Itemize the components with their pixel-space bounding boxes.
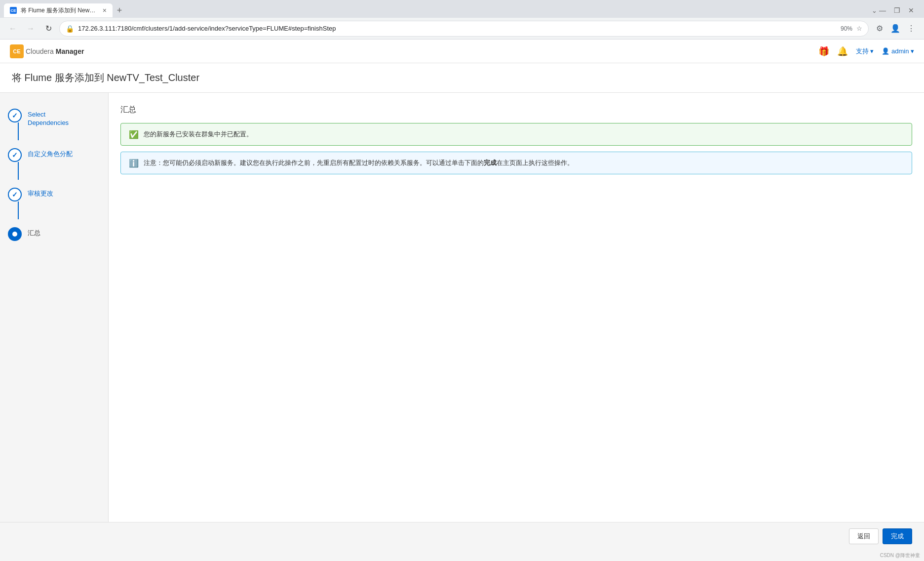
active-dot-icon [12, 232, 17, 237]
app-header: CE Cloudera Manager 🎁 🔔 支持 ▾ 👤 admin ▾ [0, 40, 924, 63]
app-container: CE Cloudera Manager 🎁 🔔 支持 ▾ 👤 admin ▾ 将… [0, 40, 924, 561]
close-button[interactable]: ✕ [906, 4, 916, 16]
checkmark-icon-3 [12, 191, 18, 199]
success-message: 您的新服务已安装在群集中并已配置。 [144, 129, 253, 139]
security-icon: 🔒 [66, 25, 74, 33]
profile-button[interactable]: 👤 [888, 22, 902, 36]
menu-button[interactable]: ⋮ [904, 22, 918, 36]
user-menu[interactable]: 👤 admin ▾ [882, 47, 914, 55]
wizard-step-select-dependencies[interactable]: Select Dependencies [8, 105, 100, 144]
info-alert: ℹ️ 注意：您可能仍必须启动新服务。建议您在执行此操作之前，先重启所有配置过时的… [120, 152, 912, 174]
page-title: 将 Flume 服务添加到 NewTV_Test_Cluster [12, 71, 912, 84]
brand-manager: Manager [56, 47, 84, 55]
wizard-step-review[interactable]: 审核更改 [8, 184, 100, 223]
step-indicator-1 [8, 109, 22, 122]
restore-button[interactable]: ❐ [892, 4, 902, 16]
cloudera-brand: CE Cloudera Manager [10, 44, 84, 58]
wizard-step-custom-roles[interactable]: 自定义角色分配 [8, 144, 100, 184]
page-body: Select Dependencies 自定义角色分配 [0, 93, 924, 522]
address-bar[interactable]: 🔒 90% ☆ [59, 21, 869, 37]
step-connector-1 [18, 122, 19, 140]
address-input[interactable] [78, 25, 837, 32]
section-title: 汇总 [120, 105, 912, 115]
minimize-button[interactable]: — [877, 4, 888, 16]
step-label-2: 自定义角色分配 [28, 148, 73, 159]
zoom-level: 90% [841, 25, 852, 32]
back-button[interactable]: ← [6, 22, 20, 36]
step-label-4: 汇总 [28, 227, 40, 238]
tab-favicon: CE [10, 7, 17, 14]
app-logo: CE Cloudera Manager [10, 44, 84, 58]
brand-cloudera: Cloudera [26, 47, 54, 55]
forward-button[interactable]: → [24, 22, 38, 36]
page-title-bar: 将 Flume 服务添加到 NewTV_Test_Cluster [0, 63, 924, 93]
checkmark-icon [12, 112, 18, 120]
support-menu[interactable]: 支持 ▾ [856, 47, 874, 56]
browser-frame: CE 将 Flume 服务添加到 NewTV... × + ⌄ — ❐ ✕ ← … [0, 0, 924, 40]
finish-button[interactable]: 完成 [883, 528, 912, 544]
checkmark-icon-2 [12, 151, 18, 159]
wizard-sidebar: Select Dependencies 自定义角色分配 [0, 93, 109, 522]
wizard-steps: Select Dependencies 自定义角色分配 [8, 105, 100, 245]
window-controls: — ❐ ✕ [877, 4, 920, 16]
success-alert: ✅ 您的新服务已安装在群集中并已配置。 [120, 123, 912, 146]
step-label-1: Select Dependencies [28, 109, 69, 127]
bookmark-icon[interactable]: ☆ [856, 25, 862, 32]
info-message: 注意：您可能仍必须启动新服务。建议您在执行此操作之前，先重启所有配置过时的依赖关… [144, 158, 574, 168]
toolbar-actions: ⚙ 👤 ⋮ [873, 22, 918, 36]
wizard-main-content: 汇总 ✅ 您的新服务已安装在群集中并已配置。 ℹ️ 注意：您可能仍必须启动新服务… [109, 93, 924, 522]
step-indicator-2 [8, 148, 22, 162]
browser-tab-active[interactable]: CE 将 Flume 服务添加到 NewTV... × [4, 3, 113, 17]
step-indicator-4 [8, 227, 22, 241]
new-tab-button[interactable]: + [113, 3, 126, 17]
cloudera-logo-icon: CE [10, 44, 24, 58]
header-actions: 🎁 🔔 支持 ▾ 👤 admin ▾ [818, 46, 914, 57]
bell-icon[interactable]: 🔔 [837, 46, 848, 57]
tab-close-button[interactable]: × [103, 6, 107, 14]
wizard-footer: 返回 完成 [0, 522, 924, 550]
browser-toolbar: ← → ↻ 🔒 90% ☆ ⚙ 👤 ⋮ [0, 18, 924, 40]
wizard-step-summary[interactable]: 汇总 [8, 223, 100, 245]
step-connector-3 [18, 201, 19, 219]
watermark: CSDN @降世神童 [0, 550, 924, 561]
back-button[interactable]: 返回 [849, 528, 879, 544]
extensions-button[interactable]: ⚙ [873, 22, 886, 36]
info-icon: ℹ️ [129, 159, 139, 168]
tab-list-button[interactable]: ⌄ [872, 7, 877, 14]
step-connector-2 [18, 162, 19, 180]
step-indicator-3 [8, 188, 22, 201]
success-icon: ✅ [129, 130, 139, 139]
tab-title: 将 Flume 服务添加到 NewTV... [21, 6, 99, 15]
refresh-button[interactable]: ↻ [41, 22, 55, 36]
step-label-3: 审核更改 [28, 188, 53, 198]
gift-icon[interactable]: 🎁 [818, 46, 829, 57]
